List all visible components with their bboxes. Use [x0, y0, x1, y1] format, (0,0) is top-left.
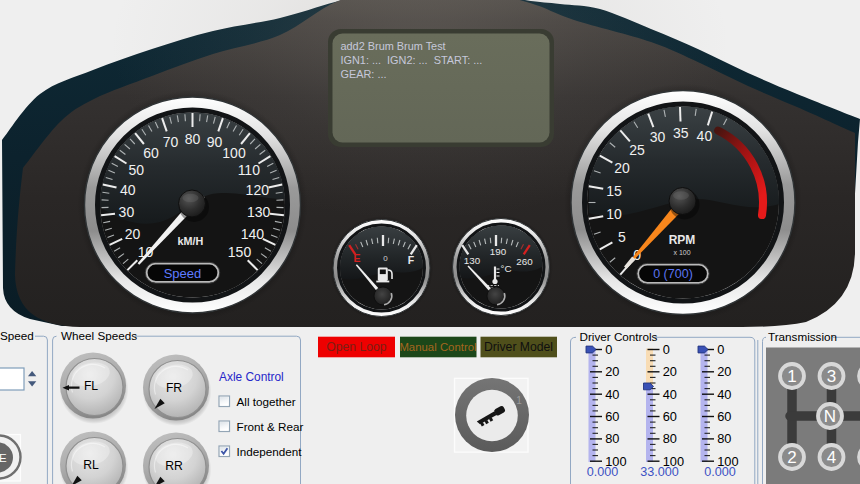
svg-text:30: 30: [650, 129, 666, 145]
svg-text:20: 20: [605, 364, 619, 379]
svg-text:1: 1: [516, 395, 522, 406]
svg-text:Speed: Speed: [0, 329, 34, 342]
svg-text:GEAR: ...: GEAR: ...: [341, 68, 387, 80]
svg-text:E: E: [0, 452, 7, 464]
svg-text:Transmission: Transmission: [768, 330, 837, 343]
svg-text:1: 1: [787, 367, 796, 386]
svg-text:N: N: [824, 407, 836, 426]
svg-text:0.000: 0.000: [587, 465, 619, 479]
svg-text:80: 80: [185, 131, 201, 147]
svg-text:0: 0: [717, 342, 724, 357]
svg-text:E: E: [353, 252, 360, 264]
svg-text:°C: °C: [501, 263, 512, 274]
svg-text:260: 260: [516, 256, 533, 267]
svg-text:Speed: Speed: [164, 266, 202, 281]
svg-text:Open Loop: Open Loop: [326, 340, 387, 354]
svg-text:Wheel Speeds: Wheel Speeds: [61, 329, 137, 342]
svg-text:Axle Control: Axle Control: [219, 370, 284, 384]
svg-text:Driver Model: Driver Model: [484, 340, 553, 354]
svg-text:33.000: 33.000: [640, 465, 679, 479]
svg-text:80: 80: [663, 431, 677, 446]
svg-text:20: 20: [614, 160, 630, 176]
svg-text:120: 120: [246, 182, 270, 198]
svg-text:20: 20: [663, 364, 677, 379]
svg-text:0: 0: [663, 342, 670, 357]
svg-text:kM/H: kM/H: [178, 235, 204, 247]
svg-text:40: 40: [605, 387, 619, 402]
svg-text:Driver Controls: Driver Controls: [580, 330, 658, 343]
svg-text:15: 15: [606, 183, 622, 199]
svg-text:RPM: RPM: [669, 233, 696, 247]
svg-text:20: 20: [125, 226, 141, 242]
svg-text:RR: RR: [165, 459, 183, 473]
svg-text:100: 100: [222, 145, 246, 161]
svg-text:110: 110: [238, 162, 261, 178]
svg-text:40: 40: [717, 387, 731, 402]
svg-text:0.000: 0.000: [704, 465, 736, 479]
svg-text:All together: All together: [237, 395, 296, 408]
svg-text:Manual Control: Manual Control: [399, 341, 476, 353]
svg-text:90: 90: [207, 134, 223, 150]
svg-text:80: 80: [605, 431, 619, 446]
svg-text:60: 60: [143, 145, 159, 161]
svg-text:Front & Rear: Front & Rear: [237, 420, 304, 433]
svg-text:add2 Brum Brum Test: add2 Brum Brum Test: [341, 40, 446, 52]
svg-text:60: 60: [663, 409, 677, 424]
svg-text:4: 4: [827, 448, 836, 467]
svg-text:30: 30: [119, 204, 135, 220]
svg-text:80: 80: [717, 431, 731, 446]
svg-text:130: 130: [464, 255, 481, 266]
svg-text:10: 10: [606, 206, 622, 222]
svg-text:2: 2: [787, 448, 796, 467]
svg-text:20: 20: [717, 364, 731, 379]
svg-text:150: 150: [228, 244, 252, 260]
svg-text:F: F: [408, 254, 415, 266]
svg-text:0: 0: [383, 254, 388, 263]
svg-text:25: 25: [629, 142, 645, 158]
svg-text:35: 35: [673, 125, 689, 141]
svg-text:130: 130: [247, 204, 271, 220]
svg-text:RL: RL: [83, 458, 99, 472]
svg-text:IGN1: ... IGN2: ... START: .: IGN1: ... IGN2: ... START: ...: [341, 54, 483, 66]
svg-text:0: 0: [605, 342, 612, 357]
svg-text:40: 40: [120, 182, 136, 198]
svg-text:70: 70: [163, 134, 179, 150]
svg-text:3: 3: [827, 367, 836, 386]
svg-text:Independent: Independent: [237, 445, 303, 458]
svg-text:190: 190: [490, 246, 507, 257]
svg-text:40: 40: [697, 128, 713, 144]
svg-text:FR: FR: [166, 381, 182, 395]
svg-text:FL: FL: [84, 379, 98, 393]
svg-text:60: 60: [717, 409, 731, 424]
svg-text:140: 140: [241, 226, 265, 242]
svg-text:50: 50: [128, 162, 144, 178]
svg-text:5: 5: [618, 229, 626, 245]
svg-text:60: 60: [605, 409, 619, 424]
svg-text:40: 40: [663, 387, 677, 402]
svg-text:x 100: x 100: [673, 249, 690, 256]
svg-text:0 (700): 0 (700): [653, 267, 693, 281]
